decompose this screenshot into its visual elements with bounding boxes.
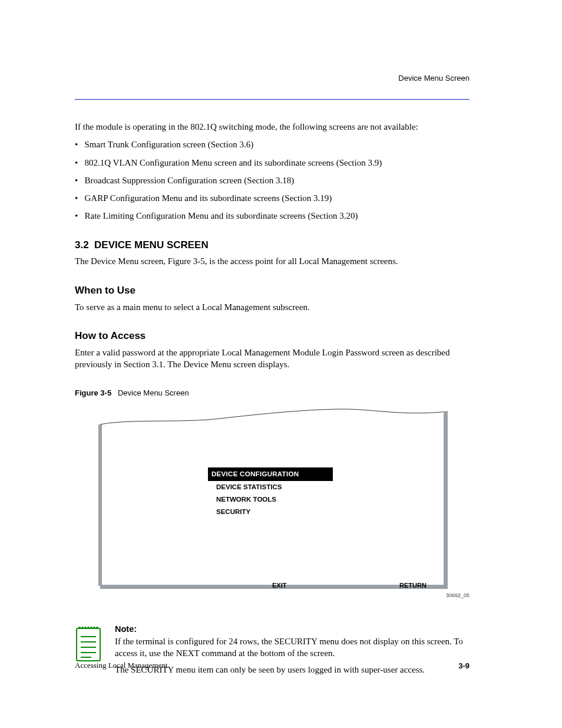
menu-item[interactable]: DEVICE STATISTICS — [211, 481, 329, 493]
intro-bullet: • Smart Trunk Configuration screen (Sect… — [75, 139, 470, 150]
footer-page-number: 3-9 — [458, 661, 470, 670]
horizontal-rule — [75, 99, 470, 100]
running-header: Device Menu Screen — [398, 74, 470, 83]
return-button[interactable]: RETURN — [399, 581, 427, 590]
bullet: • — [75, 140, 78, 149]
notepad-icon — [75, 624, 102, 663]
page: Device Menu Screen If the module is oper… — [0, 0, 562, 728]
svg-point-5 — [81, 627, 84, 629]
intro-bullet: • 802.1Q VLAN Configuration Menu screen … — [75, 157, 470, 169]
svg-point-7 — [87, 627, 90, 629]
menu-item[interactable]: SECURITY — [211, 506, 329, 518]
figure-caption: Figure 3-5 Device Menu Screen — [75, 388, 470, 398]
section-intro: The Device Menu screen, Figure 3-5, is t… — [75, 255, 470, 267]
subtext-when: To serve as a main menu to select a Loca… — [75, 301, 470, 313]
body-content: If the module is operating in the 802.1Q… — [75, 121, 470, 676]
note-text: Note: If the terminal is configured for … — [115, 624, 470, 676]
svg-point-10 — [96, 627, 98, 629]
terminal-overlay: DEVICE CONFIGURATION DEVICE STATISTICS N… — [97, 406, 448, 595]
intro-bullet: • GARP Configuration Menu and its subord… — [75, 192, 470, 204]
bullet: • — [75, 158, 78, 167]
intro-bullet: • Broadcast Suppression Configuration sc… — [75, 174, 470, 186]
note-item: If the terminal is configured for 24 row… — [115, 636, 470, 660]
bullet: • — [75, 211, 78, 220]
svg-point-4 — [78, 627, 81, 629]
subhead-when: When to Use — [75, 284, 470, 298]
svg-point-8 — [90, 627, 92, 629]
svg-rect-3 — [77, 628, 100, 661]
note-item: The SECURITY menu item can only be seen … — [115, 664, 470, 676]
bullet: • — [75, 193, 78, 203]
menu-item[interactable]: NETWORK TOOLS — [211, 493, 329, 506]
svg-point-9 — [93, 627, 95, 629]
menu-item-selected[interactable]: DEVICE CONFIGURATION — [208, 467, 333, 481]
figure-block: DEVICE CONFIGURATION DEVICE STATISTICS N… — [75, 406, 470, 595]
footer-left: Accessing Local Management — [75, 661, 167, 670]
subtext-how: Enter a valid password at the appropriat… — [75, 347, 470, 371]
exit-button[interactable]: EXIT — [272, 581, 286, 590]
intro-bullet: • Rate Limiting Configuration Menu and i… — [75, 210, 470, 222]
note-label: Note: — [115, 624, 470, 635]
section-heading: 3.2 DEVICE MENU SCREEN — [75, 239, 470, 252]
device-menu: DEVICE CONFIGURATION DEVICE STATISTICS N… — [211, 467, 329, 518]
subhead-how: How to Access — [75, 330, 470, 343]
figure-id: 30692_05 — [446, 592, 470, 599]
intro-line: If the module is operating in the 802.1Q… — [75, 121, 470, 133]
svg-point-6 — [84, 627, 87, 629]
terminal-screen: DEVICE CONFIGURATION DEVICE STATISTICS N… — [97, 406, 448, 595]
bullet: • — [75, 176, 78, 185]
